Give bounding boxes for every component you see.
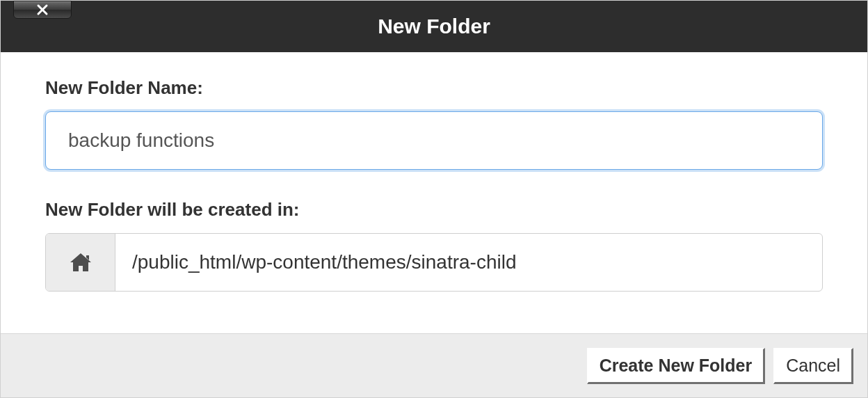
dialog-title: New Folder (378, 15, 490, 38)
new-folder-dialog: New Folder New Folder Name: New Folder w… (0, 0, 868, 398)
dialog-body: New Folder Name: New Folder will be crea… (1, 52, 867, 333)
cancel-button[interactable]: Cancel (773, 348, 853, 384)
dialog-titlebar: New Folder (1, 1, 867, 52)
home-icon (68, 251, 93, 273)
location-field: /public_html/wp-content/themes/sinatra-c… (45, 233, 823, 292)
close-button[interactable] (13, 1, 72, 19)
create-new-folder-button[interactable]: Create New Folder (587, 348, 766, 384)
name-label: New Folder Name: (45, 77, 823, 99)
location-label: New Folder will be created in: (45, 199, 823, 221)
home-addon (46, 234, 115, 291)
dialog-footer: Create New Folder Cancel (1, 333, 867, 397)
folder-name-input[interactable] (45, 111, 823, 170)
location-path: /public_html/wp-content/themes/sinatra-c… (115, 234, 822, 291)
close-icon (36, 3, 49, 16)
